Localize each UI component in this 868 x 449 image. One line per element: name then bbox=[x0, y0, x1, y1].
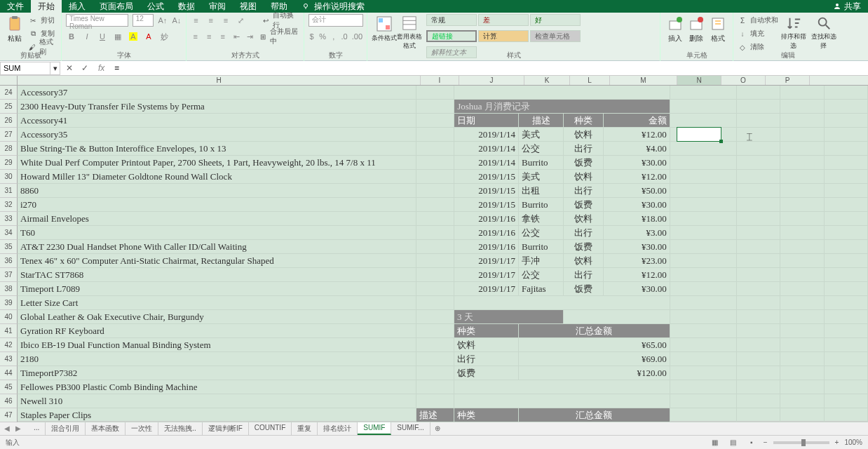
table-header[interactable]: 描述 bbox=[519, 114, 564, 128]
cell[interactable]: ¥69.00 bbox=[519, 352, 670, 366]
autosum-button[interactable]: Σ自动求和 bbox=[738, 14, 778, 27]
insert-cells-button[interactable]: 插入 bbox=[665, 14, 686, 51]
cell[interactable] bbox=[670, 254, 737, 268]
cell[interactable]: 饭费 bbox=[454, 366, 519, 380]
sheet-tab[interactable]: 排名统计 bbox=[318, 422, 358, 435]
col-header-N[interactable]: N bbox=[677, 76, 721, 85]
cell[interactable]: Ibico EB-19 Dual Function Manual Binding… bbox=[18, 338, 416, 352]
phonetic-button[interactable]: 妙 bbox=[158, 31, 170, 42]
cell[interactable] bbox=[737, 338, 780, 352]
cell[interactable] bbox=[416, 114, 454, 128]
cell[interactable]: Tenex 46" x 60" Computer Anti-Static Cha… bbox=[18, 254, 416, 268]
cell[interactable]: AT&T 2230 Dual Handset Phone With Caller… bbox=[18, 240, 416, 254]
sort-filter-button[interactable]: 排序和筛选 bbox=[778, 14, 808, 51]
cell[interactable] bbox=[780, 100, 824, 114]
row-header-30[interactable]: 30 bbox=[0, 170, 18, 184]
cell[interactable] bbox=[737, 394, 780, 408]
cell[interactable] bbox=[825, 156, 868, 170]
col-header-K[interactable]: K bbox=[524, 76, 570, 85]
cell[interactable] bbox=[670, 296, 737, 310]
cell[interactable] bbox=[416, 254, 454, 268]
cell[interactable]: ¥120.00 bbox=[519, 366, 670, 380]
cell[interactable]: 饮料 bbox=[564, 170, 603, 184]
view-normal-button[interactable]: ▦ bbox=[709, 437, 721, 448]
cell[interactable]: 公交 bbox=[519, 268, 564, 282]
cell[interactable]: ¥30.00 bbox=[604, 282, 670, 296]
cell[interactable]: 出行 bbox=[454, 352, 519, 366]
cell[interactable] bbox=[780, 394, 824, 408]
cell[interactable] bbox=[670, 184, 737, 198]
tab-view[interactable]: 视图 bbox=[233, 0, 264, 14]
cell[interactable]: T60 bbox=[18, 226, 416, 240]
cell[interactable] bbox=[825, 198, 868, 212]
cell[interactable]: 2019/1/14 bbox=[454, 156, 519, 170]
cell[interactable] bbox=[825, 324, 868, 338]
cell[interactable]: 2019/1/16 bbox=[454, 240, 519, 254]
cell[interactable] bbox=[416, 296, 454, 310]
cell[interactable]: 2019/1/14 bbox=[454, 128, 519, 142]
style-bad[interactable]: 差 bbox=[478, 14, 529, 26]
cell[interactable] bbox=[416, 394, 454, 408]
row-header-47[interactable]: 47 bbox=[0, 408, 18, 422]
cell[interactable]: 2019/1/16 bbox=[454, 212, 519, 226]
cell[interactable]: 2019/1/14 bbox=[454, 142, 519, 156]
align-center-button[interactable]: ≡ bbox=[205, 31, 215, 42]
sheet-tab[interactable]: ... bbox=[28, 422, 46, 435]
align-left-button[interactable]: ≡ bbox=[191, 31, 201, 42]
cell[interactable] bbox=[670, 86, 737, 100]
tab-home[interactable]: 开始 bbox=[31, 0, 62, 14]
indent-dec-button[interactable]: ⇤ bbox=[232, 31, 242, 42]
cell[interactable] bbox=[670, 324, 737, 338]
cell[interactable]: 拿铁 bbox=[519, 212, 564, 226]
view-break-button[interactable]: ▪ bbox=[745, 437, 758, 448]
cell[interactable]: Letter Size Cart bbox=[18, 296, 416, 310]
cell[interactable]: 公交 bbox=[519, 226, 564, 240]
cell[interactable] bbox=[416, 142, 454, 156]
cell[interactable] bbox=[825, 296, 868, 310]
table-banner[interactable]: Joshua 月消费记录 bbox=[454, 100, 670, 114]
cell[interactable]: 2019/1/17 bbox=[454, 254, 519, 268]
cut-button[interactable]: ✂剪切 bbox=[28, 14, 57, 27]
cell[interactable]: ¥50.00 bbox=[604, 184, 670, 198]
cell[interactable] bbox=[454, 394, 670, 408]
cell[interactable] bbox=[737, 408, 780, 422]
cell[interactable] bbox=[670, 128, 737, 142]
inc-decimal-button[interactable]: .0 bbox=[341, 31, 347, 42]
sheet-tab[interactable]: 重复 bbox=[292, 422, 318, 435]
cell[interactable] bbox=[416, 156, 454, 170]
table-header[interactable]: 种类 bbox=[454, 324, 519, 338]
indent-inc-button[interactable]: ⇥ bbox=[245, 31, 255, 42]
cell[interactable] bbox=[825, 366, 868, 380]
row-header-40[interactable]: 40 bbox=[0, 310, 18, 324]
row-header-44[interactable]: 44 bbox=[0, 366, 18, 380]
tab-review[interactable]: 审阅 bbox=[202, 0, 233, 14]
row-header-25[interactable]: 25 bbox=[0, 100, 18, 114]
table-banner[interactable]: 3 天 bbox=[454, 310, 564, 324]
cell[interactable]: ¥12.00 bbox=[604, 170, 670, 184]
cell[interactable] bbox=[416, 100, 454, 114]
cell[interactable]: 2019/1/15 bbox=[454, 170, 519, 184]
cell[interactable]: ¥4.00 bbox=[604, 142, 670, 156]
row-header-37[interactable]: 37 bbox=[0, 268, 18, 282]
cell[interactable] bbox=[825, 100, 868, 114]
sheet-nav-next[interactable]: ▶ bbox=[15, 424, 24, 433]
cell[interactable]: 手冲 bbox=[519, 254, 564, 268]
cell[interactable] bbox=[737, 366, 780, 380]
wrap-text-button[interactable]: ↩自动换行 bbox=[261, 14, 299, 27]
cell[interactable] bbox=[825, 352, 868, 366]
cell[interactable] bbox=[670, 380, 737, 394]
cell[interactable] bbox=[670, 100, 737, 114]
cell[interactable]: Burrito bbox=[519, 240, 564, 254]
cell[interactable] bbox=[416, 282, 454, 296]
style-good[interactable]: 好 bbox=[530, 14, 581, 26]
cell[interactable] bbox=[564, 310, 670, 324]
cell[interactable] bbox=[780, 156, 824, 170]
zoom-thumb[interactable] bbox=[801, 439, 806, 446]
select-all-corner[interactable] bbox=[0, 76, 18, 85]
cell[interactable] bbox=[670, 338, 737, 352]
cell[interactable]: White Dual Perf Computer Printout Paper,… bbox=[18, 156, 416, 170]
cell[interactable] bbox=[670, 352, 737, 366]
cell[interactable] bbox=[416, 128, 454, 142]
comma-button[interactable]: , bbox=[330, 31, 337, 42]
confirm-formula-button[interactable]: ✓ bbox=[80, 63, 90, 73]
